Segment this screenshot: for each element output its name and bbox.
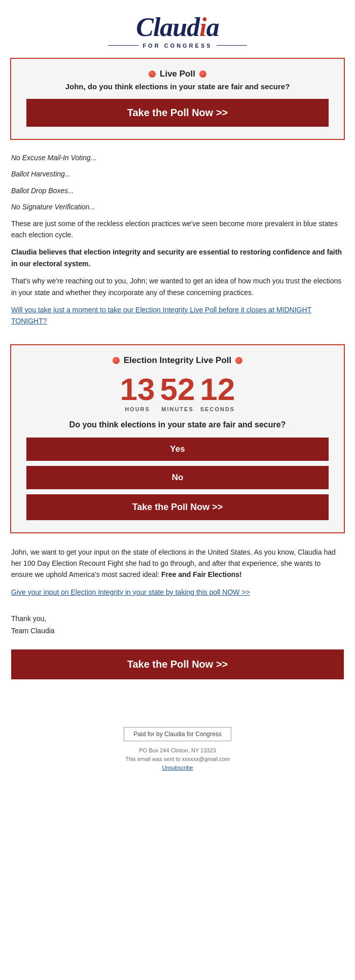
footer-link[interactable]: Give your input on Election Integrity in… (11, 587, 344, 598)
integrity-red-dot-right (235, 357, 242, 364)
integrity-take-poll-button[interactable]: Take the Poll Now >> (26, 494, 329, 520)
logo-line-left (108, 45, 138, 46)
body-para3: That's why we're reaching out to you, Jo… (11, 275, 344, 298)
integrity-poll-question: Do you think elections in your state are… (26, 420, 329, 429)
spacer2 (0, 702, 355, 712)
footer-link-anchor[interactable]: Give your input on Election Integrity in… (11, 588, 250, 596)
top-poll-question: John, do you think elections in your sta… (26, 82, 329, 91)
body-para1: These are just some of the reckless elec… (11, 218, 344, 241)
countdown-minutes: 52 MINUTES (160, 374, 195, 412)
footer-para1: John, we want to get your input on the s… (11, 547, 344, 580)
logo: Claudia (10, 14, 345, 41)
body-para2: Claudia believes that election integrity… (11, 246, 344, 269)
hours-number: 13 (120, 374, 155, 405)
integrity-poll-title: Election Integrity Live Poll (26, 355, 329, 366)
countdown-seconds: 12 SECONDS (200, 374, 235, 412)
bottom-button-wrapper: Take the Poll Now >> (0, 646, 355, 692)
logo-accent: i (199, 13, 206, 42)
body-item-4: No Signature Verification... (11, 201, 344, 212)
top-poll-button[interactable]: Take the Poll Now >> (26, 99, 329, 127)
red-dot-right (199, 70, 206, 78)
seconds-number: 12 (200, 374, 235, 405)
footer-bold-text: Free and Fair Elections! (161, 570, 242, 578)
body-link[interactable]: Will you take just a moment to take our … (11, 304, 344, 327)
paid-for-box: Paid for by Claudia for Congress (124, 727, 231, 741)
countdown-hours: 13 HOURS (120, 374, 155, 412)
body-item-1: No Excuse Mail-In Voting... (11, 152, 344, 163)
body-item-3: Ballot Drop Boxes... (11, 185, 344, 196)
integrity-poll-title-text: Election Integrity Live Poll (124, 355, 232, 366)
thank-you-line1: Thank you, (11, 613, 344, 625)
minutes-label: MINUTES (160, 406, 195, 412)
top-poll-box: Live Poll John, do you think elections i… (10, 58, 345, 140)
minutes-number: 52 (160, 374, 195, 405)
integrity-poll-box: Election Integrity Live Poll 13 HOURS 52… (10, 344, 345, 533)
body-content: No Excuse Mail-In Voting... Ballot Harve… (0, 149, 355, 336)
spacer (0, 692, 355, 702)
yes-button[interactable]: Yes (26, 438, 329, 461)
footer-body: John, we want to get your input on the s… (0, 541, 355, 613)
unsubscribe-link[interactable]: Unsubscribe (162, 765, 193, 771)
thank-you-line2: Team Claudia (11, 625, 344, 637)
poll-title-text: Live Poll (160, 69, 195, 79)
email-notice: This email was sent to xxxxxx@gmail.com (11, 756, 344, 762)
thank-you-section: Thank you, Team Claudia (0, 613, 355, 646)
poll-box-title: Live Poll (26, 69, 329, 79)
bottom-poll-button[interactable]: Take the Poll Now >> (11, 649, 344, 679)
header: Claudia FOR CONGRESS (0, 0, 355, 58)
page-wrapper: Claudia FOR CONGRESS Live Poll John, do … (0, 0, 355, 783)
logo-line-right (217, 45, 247, 46)
address: PO Box 244 Clinton, NY 13323 (11, 747, 344, 753)
hours-label: HOURS (120, 406, 155, 412)
seconds-label: SECONDS (200, 406, 235, 412)
no-button[interactable]: No (26, 466, 329, 489)
body-link-anchor[interactable]: Will you take just a moment to take our … (11, 306, 311, 325)
countdown: 13 HOURS 52 MINUTES 12 SECONDS (26, 374, 329, 412)
footer-legal: Paid for by Claudia for Congress PO Box … (0, 712, 355, 783)
red-dot-left (149, 70, 156, 78)
logo-lines: FOR CONGRESS (10, 42, 345, 49)
body-item-2: Ballot Harvesting... (11, 168, 344, 179)
integrity-red-dot-left (113, 357, 120, 364)
logo-subtitle: FOR CONGRESS (143, 43, 212, 49)
